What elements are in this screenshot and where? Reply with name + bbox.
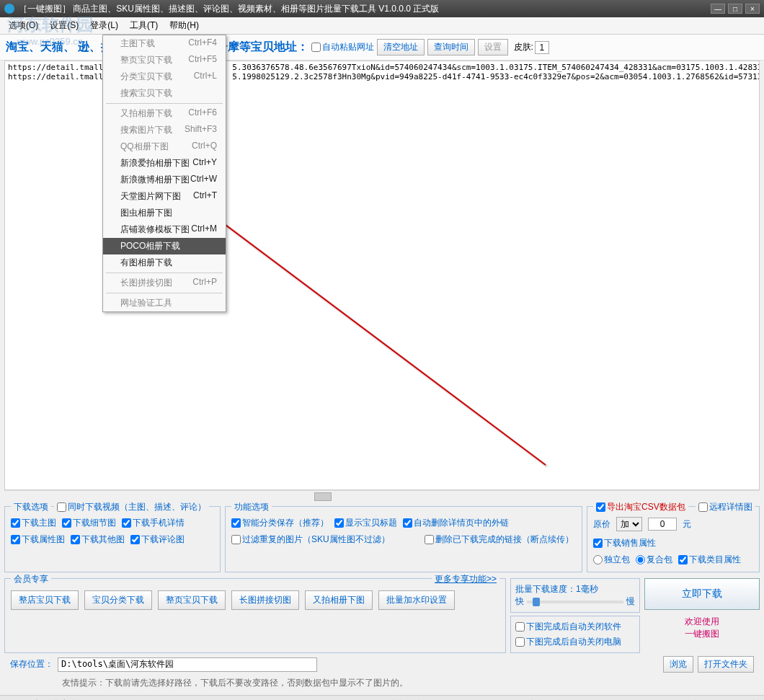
browse-button[interactable]: 浏览 [663, 656, 693, 673]
member-button[interactable]: 整页宝贝下载 [158, 590, 226, 610]
dropdown-item[interactable]: 店铺装修模板下图Ctrl+M [103, 221, 226, 238]
member-panel: 会员专享 更多专享功能>> 整店宝贝下载宝贝分类下载整页宝贝下载长图拼接切图又拍… [4, 578, 506, 653]
window-title: ［一键搬图］ 商品主图、SKU属性图、描述图、评论图、视频素材、相册等图片批量下… [19, 3, 711, 15]
dropdown-item[interactable]: 新浪爱拍相册下图Ctrl+Y [103, 155, 226, 172]
member-button[interactable]: 长图拼接切图 [231, 590, 299, 610]
menu-bar: 选项(O) 设置(S) 登录(L) 工具(T) 帮助(H) [0, 17, 764, 35]
dropdown-item[interactable]: 分类宝贝下载Ctrl+L [103, 68, 226, 85]
member-button[interactable]: 又拍相册下图 [305, 590, 373, 610]
menu-settings[interactable]: 设置(S) [44, 18, 84, 33]
download-video-checkbox[interactable]: 同时下载视频（主图、描述、评论） [57, 501, 206, 513]
dropdown-item[interactable]: 有图相册下载 [103, 254, 226, 271]
show-title-checkbox[interactable]: 显示宝贝标题 [334, 517, 397, 529]
download-main-checkbox[interactable]: 下载主图 [11, 517, 56, 529]
price-op-select[interactable]: 加 [616, 517, 642, 531]
query-time-button[interactable]: 查询时间 [427, 39, 475, 56]
speed-panel: 批量下载速度：1毫秒 快 慢 [510, 578, 640, 613]
welcome-text: 欢迎使用一键搬图 [644, 613, 760, 643]
close-button[interactable]: × [745, 4, 760, 14]
dropdown-item[interactable]: 主图下载Ctrl+F4 [103, 35, 226, 52]
dropdown-item[interactable]: 天堂图片网下图Ctrl+T [103, 188, 226, 205]
menu-login[interactable]: 登录(L) [84, 18, 124, 33]
menu-help[interactable]: 帮助(H) [164, 18, 205, 33]
menu-tools[interactable]: 工具(T) [124, 18, 164, 33]
minimize-button[interactable]: — [711, 4, 725, 14]
hint-text: 友情提示：下载前请先选择好路径，下载后不要改变路径，否则数据包中显示不了图片的。 [4, 675, 760, 691]
download-now-button[interactable]: 立即下载 [644, 578, 760, 610]
smart-save-checkbox[interactable]: 智能分类保存（推荐） [231, 517, 329, 529]
skin-input[interactable] [535, 41, 549, 54]
auto-paste-checkbox[interactable]: 自动粘贴网址 [311, 41, 374, 53]
download-cat-attr-checkbox[interactable]: 下载类目属性 [678, 554, 741, 566]
download-review-checkbox[interactable]: 下载评论图 [130, 533, 185, 546]
speed-slow-label: 慢 [626, 595, 635, 608]
autodel-links-checkbox[interactable]: 自动删除详情页中的外链 [403, 517, 509, 529]
save-path-input[interactable] [58, 657, 317, 672]
app-icon [4, 4, 14, 14]
svg-line-0 [171, 184, 546, 465]
more-functions-link[interactable]: 更多专享功能>> [435, 574, 497, 584]
dropdown-item[interactable]: POCO相册下载 [103, 238, 226, 254]
dropdown-item[interactable]: 搜索图片下载Shift+F3 [103, 122, 226, 138]
download-other-checkbox[interactable]: 下载其他图 [71, 533, 125, 546]
dropdown-item[interactable]: 新浪微博相册下图Ctrl+W [103, 172, 226, 188]
dropdown-item[interactable]: 长图拼接切图Ctrl+P [103, 275, 226, 291]
horizontal-scrollbar[interactable] [4, 490, 760, 502]
dropdown-item[interactable]: 网址验证工具 [103, 295, 226, 311]
price-value-input[interactable] [648, 518, 677, 531]
download-detail-checkbox[interactable]: 下载细节图 [62, 517, 116, 529]
clear-address-button[interactable]: 清空地址 [377, 39, 425, 56]
remote-detail-checkbox[interactable]: 远程详情图 [698, 501, 752, 513]
dropdown-item[interactable]: 整页宝贝下载Ctrl+F5 [103, 52, 226, 68]
member-title: 会员专享 [11, 573, 51, 585]
member-button[interactable]: 批量加水印设置 [378, 590, 455, 610]
save-label: 保存位置： [10, 658, 53, 670]
maximize-button[interactable]: □ [728, 4, 742, 14]
menu-options[interactable]: 选项(O) [3, 18, 44, 33]
dropdown-item[interactable]: QQ相册下图Ctrl+Q [103, 138, 226, 155]
tools-dropdown: 主图下载Ctrl+F4整页宝贝下载Ctrl+F5分类宝贝下载Ctrl+L搜索宝贝… [102, 35, 226, 312]
price-unit: 元 [683, 518, 691, 531]
auto-close-software-checkbox[interactable]: 下图完成后自动关闭软件 [515, 621, 635, 633]
settings-button[interactable]: 设置 [478, 39, 508, 56]
download-attr-checkbox[interactable]: 下载属性图 [11, 533, 65, 546]
speed-fast-label: 快 [515, 595, 524, 608]
speed-slider[interactable] [527, 601, 623, 603]
download-options-panel: 下载选项 同时下载视频（主图、描述、评论） 下载主图 下载细节图 下载手机详情 … [4, 506, 221, 572]
download-mobile-checkbox[interactable]: 下载手机详情 [122, 517, 185, 529]
single-pack-radio[interactable]: 独立包 [593, 554, 630, 566]
member-button[interactable]: 整店宝贝下载 [11, 590, 79, 610]
function-options-title: 功能选项 [231, 501, 272, 513]
download-sale-attr-checkbox[interactable]: 下载销售属性 [593, 537, 656, 549]
skin-label: 皮肤: [514, 41, 533, 53]
delete-done-checkbox[interactable]: 删除已下载完成的链接（断点续传） [425, 533, 574, 546]
export-csv-checkbox[interactable]: 导出淘宝CSV数据包 [596, 501, 685, 513]
download-options-title: 下载选项 [11, 501, 51, 513]
member-button[interactable]: 宝贝分类下载 [84, 590, 152, 610]
open-folder-button[interactable]: 打开文件夹 [698, 656, 754, 673]
price-label: 原价 [593, 518, 610, 531]
dropdown-item[interactable]: 又拍相册下载Ctrl+F6 [103, 105, 226, 122]
speed-title: 批量下载速度：1毫秒 [515, 583, 635, 595]
red-arrow-annotation [171, 184, 553, 472]
status-bar: (2/2) 全部下载完毕！ 官方指定QQ群１：826550696 官方指定QQ群… [0, 695, 764, 700]
auto-close-pc-checkbox[interactable]: 下图完成后自动关闭电脑 [515, 636, 635, 648]
title-bar: ［一键搬图］ 商品主图、SKU属性图、描述图、评论图、视频素材、相册等图片批量下… [0, 0, 764, 17]
filter-dup-checkbox[interactable]: 过滤重复的图片（SKU属性图不过滤） [231, 533, 390, 546]
combo-pack-radio[interactable]: 复合包 [636, 554, 672, 566]
csv-panel: 导出淘宝CSV数据包 远程详情图 原价 加 元 下载销售属性 独立包 复合包 下… [587, 506, 760, 572]
dropdown-item[interactable]: 图虫相册下图 [103, 205, 226, 221]
dropdown-item[interactable]: 搜索宝贝下载 [103, 85, 226, 102]
function-options-panel: 功能选项 智能分类保存（推荐） 显示宝贝标题 自动删除详情页中的外链 过滤重复的… [225, 506, 582, 572]
